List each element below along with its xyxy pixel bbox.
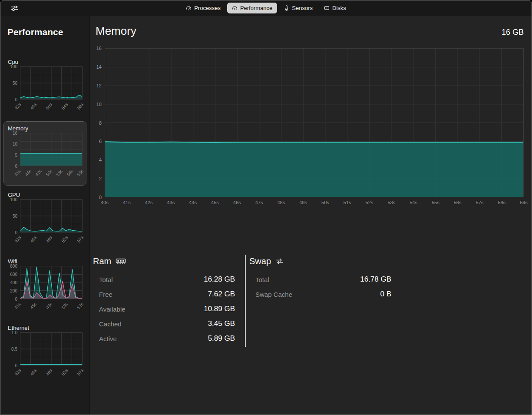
app-menu-button[interactable] (9, 3, 20, 13)
ram-title: Ram (93, 256, 111, 266)
x-tick-label: 41s (13, 368, 22, 376)
x-tick-label: 49s (45, 302, 53, 310)
y-tick-label: 600 (10, 272, 17, 277)
mini-chart-plot (20, 332, 83, 365)
y-tick-label: 1.0 (11, 330, 17, 335)
mini-chart-plot (20, 133, 83, 166)
system-monitor-window: ProcessesPerformanceSensorsDisks Perform… (0, 0, 532, 415)
sidebar-item-wifi[interactable]: Wifi800600400200041s45s49s53s57s (3, 254, 86, 319)
stat-label: Total (99, 276, 113, 283)
sidebar-item-cpu[interactable]: Cpu10050042s46s50s54s58s (3, 55, 86, 119)
swap-icon (275, 258, 284, 265)
sidebar-item-ethernet[interactable]: Ethernet1.00.5041s45s49s53s57s (3, 321, 86, 385)
tab-disks[interactable]: Disks (319, 3, 351, 13)
x-tick-label: 50s (45, 102, 53, 110)
x-tick-label: 56s (66, 169, 74, 177)
x-tick-label: 57s (76, 302, 84, 310)
main-header: Memory 16 GB (93, 22, 524, 39)
x-tick-label: 47s (34, 169, 43, 177)
main-panel: Memory 16 GB 1614121086420 40s41s42s43s4… (90, 16, 532, 415)
mini-chart-row: 100500 (8, 199, 83, 232)
x-tick-label: 42s (13, 102, 22, 110)
x-tick-label: 58s (498, 200, 506, 205)
window-content: Performance Cpu10050042s46s50s54s58sMemo… (0, 16, 532, 415)
mini-chart-plot (20, 66, 83, 100)
sidebar-item-memory[interactable]: Memory16105041s44s47s50s53s56s59s (3, 121, 86, 186)
ram-header: Ram (93, 255, 245, 268)
swap-title: Swap (249, 256, 271, 266)
x-tick-label: 49s (45, 368, 53, 376)
tab-label: Disks (332, 5, 346, 11)
y-tick-label: 100 (10, 197, 17, 202)
stat-row: Available10.89 GB (93, 302, 245, 316)
y-tick-label: 50 (13, 214, 17, 219)
main-chart-plot (105, 48, 524, 197)
y-tick-label: 8 (99, 120, 102, 126)
x-tick-label: 50s (321, 200, 329, 205)
x-tick-label: 57s (476, 200, 484, 205)
x-tick-label: 57s (76, 368, 84, 376)
ram-rows: Total16.28 GBFree7.62 GBAvailable10.89 G… (93, 272, 245, 346)
stat-label: Available (99, 305, 126, 313)
sliders-icon (11, 5, 18, 11)
sidebar-item-label: Ethernet (8, 325, 83, 331)
x-tick-label: 54s (60, 102, 69, 110)
x-tick-label: 46s (233, 200, 241, 205)
sidebar-item-gpu[interactable]: GPU10050041s45s49s53s57s (3, 188, 86, 252)
x-tick-label: 53s (55, 169, 63, 177)
y-tick-label: 0 (15, 164, 17, 169)
stat-row: Total16.28 GB (93, 272, 245, 287)
y-tick-label: 16 (96, 46, 102, 51)
sidebar: Performance Cpu10050042s46s50s54s58sMemo… (0, 16, 90, 415)
mini-chart-plot (20, 266, 83, 299)
mini-chart-plot (20, 199, 83, 232)
header-bar: ProcessesPerformanceSensorsDisks (0, 0, 532, 16)
stat-row: Total16.78 GB (249, 272, 396, 287)
x-tick-label: 54s (410, 200, 417, 205)
sidebar-title: Performance (7, 27, 89, 37)
sensors-icon (284, 5, 289, 11)
x-tick-label: 45s (29, 302, 37, 310)
tab-label: Sensors (292, 5, 313, 11)
mini-x-axis: 41s45s49s53s57s (20, 365, 83, 384)
y-tick-label: 12 (96, 83, 102, 88)
x-tick-label: 59s (520, 200, 528, 205)
x-tick-label: 53s (387, 200, 395, 205)
tab-processes[interactable]: Processes (181, 3, 225, 13)
x-tick-label: 56s (454, 200, 462, 205)
x-tick-label: 41s (13, 169, 22, 177)
mini-y-axis: 161050 (8, 133, 19, 166)
x-tick-label: 53s (60, 368, 69, 376)
sidebar-list: Cpu10050042s46s50s54s58sMemory16105041s4… (0, 55, 89, 385)
mini-x-axis: 41s45s49s53s57s (20, 299, 83, 317)
tab-performance[interactable]: Performance (227, 3, 277, 13)
x-tick-label: 55s (432, 200, 439, 205)
x-tick-label: 43s (167, 200, 175, 205)
x-tick-label: 46s (29, 102, 37, 110)
performance-icon (232, 5, 238, 11)
ram-icon (116, 258, 126, 265)
mini-y-axis: 1.00.50 (8, 332, 19, 365)
x-tick-label: 45s (29, 235, 37, 243)
tab-sensors[interactable]: Sensors (279, 3, 317, 13)
mini-y-axis: 100500 (8, 199, 19, 232)
sidebar-item-label: GPU (8, 192, 83, 198)
x-tick-label: 41s (123, 200, 131, 205)
x-tick-label: 51s (344, 200, 351, 205)
x-tick-label: 40s (101, 200, 109, 205)
ram-section: Ram Total16.28 GBFree7.62 GBAvailable10.… (93, 255, 245, 347)
y-tick-label: 6 (99, 139, 102, 144)
x-tick-label: 41s (13, 302, 22, 310)
stat-label: Swap Cache (255, 291, 292, 298)
y-tick-label: 0 (15, 97, 17, 102)
y-tick-label: 0.5 (11, 347, 17, 352)
mini-chart-row: 161050 (8, 133, 83, 166)
stat-value: 16.78 GB (360, 275, 391, 284)
mini-x-axis: 41s44s47s50s53s56s59s (20, 166, 83, 184)
x-tick-label: 45s (29, 368, 37, 376)
tab-label: Performance (240, 5, 272, 11)
y-tick-label: 50 (13, 81, 17, 86)
x-tick-label: 53s (60, 235, 69, 243)
x-tick-label: 49s (299, 200, 307, 205)
y-tick-label: 5 (15, 153, 17, 157)
